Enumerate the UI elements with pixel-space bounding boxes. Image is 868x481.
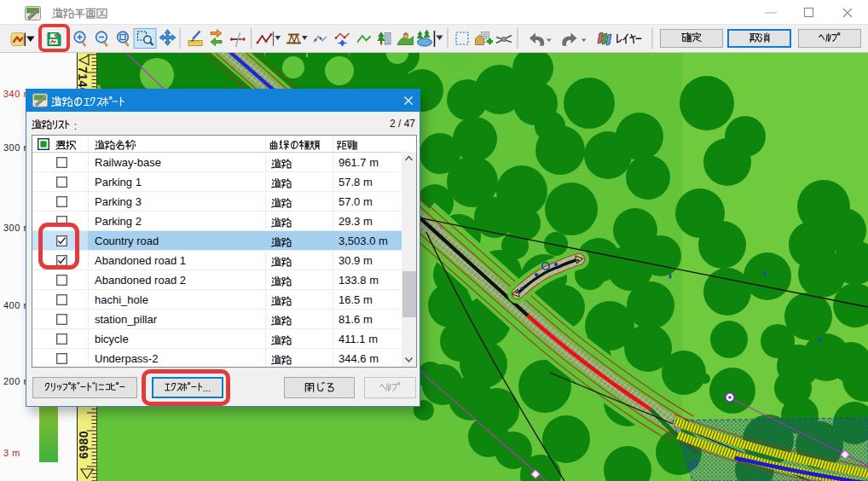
svg-text:6980: 6980 <box>77 431 90 459</box>
